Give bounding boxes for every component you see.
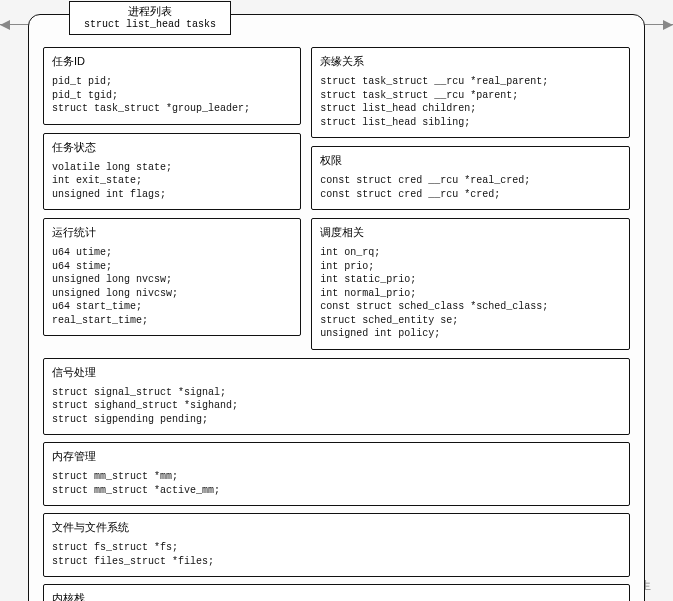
- header-title: 进程列表: [84, 4, 216, 18]
- code-block: pid_t pid; pid_t tgid; struct task_struc…: [52, 75, 292, 116]
- section-full-1: 内存管理struct mm_struct *mm; struct mm_stru…: [43, 442, 630, 506]
- two-column-area: 任务IDpid_t pid; pid_t tgid; struct task_s…: [43, 47, 630, 350]
- code-block: struct fs_struct *fs; struct files_struc…: [52, 541, 621, 568]
- code-block: volatile long state; int exit_state; uns…: [52, 161, 292, 202]
- section-title: 权限: [320, 153, 621, 168]
- header-box: 进程列表 struct list_head tasks: [69, 1, 231, 35]
- section-right-2: 调度相关int on_rq; int prio; int static_prio…: [311, 218, 630, 350]
- code-block: const struct cred __rcu *real_cred; cons…: [320, 174, 621, 201]
- right-column: 亲缘关系struct task_struct __rcu *real_paren…: [311, 47, 630, 350]
- full-width-area: 信号处理struct signal_struct *signal; struct…: [43, 358, 630, 602]
- section-title: 调度相关: [320, 225, 621, 240]
- code-block: u64 utime; u64 stime; unsigned long nvcs…: [52, 246, 292, 327]
- section-title: 亲缘关系: [320, 54, 621, 69]
- arrow-right-icon: [663, 20, 673, 30]
- header-subtitle: struct list_head tasks: [84, 18, 216, 31]
- section-right-1: 权限const struct cred __rcu *real_cred; co…: [311, 146, 630, 210]
- left-column: 任务IDpid_t pid; pid_t tgid; struct task_s…: [43, 47, 301, 350]
- code-block: struct mm_struct *mm; struct mm_struct *…: [52, 470, 621, 497]
- section-left-2: 运行统计u64 utime; u64 stime; unsigned long …: [43, 218, 301, 336]
- code-block: struct signal_struct *signal; struct sig…: [52, 386, 621, 427]
- section-left-0: 任务IDpid_t pid; pid_t tgid; struct task_s…: [43, 47, 301, 125]
- section-right-0: 亲缘关系struct task_struct __rcu *real_paren…: [311, 47, 630, 138]
- section-full-2: 文件与文件系统struct fs_struct *fs; struct file…: [43, 513, 630, 577]
- code-block: struct task_struct __rcu *real_parent; s…: [320, 75, 621, 129]
- section-left-1: 任务状态volatile long state; int exit_state;…: [43, 133, 301, 211]
- section-title: 内存管理: [52, 449, 621, 464]
- task-struct-container: 进程列表 struct list_head tasks 任务IDpid_t pi…: [28, 14, 645, 601]
- section-title: 任务ID: [52, 54, 292, 69]
- section-full-3: 内核栈struct thread_info thread_info; void …: [43, 584, 630, 601]
- section-title: 文件与文件系统: [52, 520, 621, 535]
- section-title: 运行统计: [52, 225, 292, 240]
- section-title: 任务状态: [52, 140, 292, 155]
- section-full-0: 信号处理struct signal_struct *signal; struct…: [43, 358, 630, 436]
- section-title: 信号处理: [52, 365, 621, 380]
- code-block: int on_rq; int prio; int static_prio; in…: [320, 246, 621, 341]
- section-title: 内核栈: [52, 591, 621, 601]
- arrow-left-icon: [0, 20, 10, 30]
